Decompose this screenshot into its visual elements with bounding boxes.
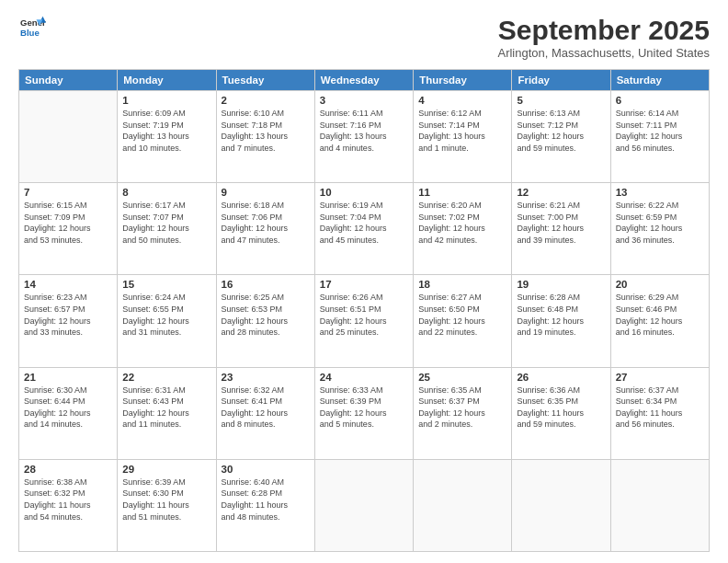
calendar-cell: 11Sunrise: 6:20 AMSunset: 7:02 PMDayligh…	[414, 183, 512, 275]
calendar-cell: 25Sunrise: 6:35 AMSunset: 6:37 PMDayligh…	[414, 367, 512, 459]
day-info: Sunrise: 6:13 AMSunset: 7:12 PMDaylight:…	[517, 108, 605, 154]
calendar-cell: 30Sunrise: 6:40 AMSunset: 6:28 PMDayligh…	[216, 459, 314, 551]
day-number: 21	[24, 372, 112, 383]
calendar-table: SundayMondayTuesdayWednesdayThursdayFrid…	[18, 69, 710, 552]
calendar-cell: 12Sunrise: 6:21 AMSunset: 7:00 PMDayligh…	[512, 183, 610, 275]
calendar-cell	[512, 459, 610, 551]
day-info: Sunrise: 6:29 AMSunset: 6:46 PMDaylight:…	[616, 292, 704, 338]
day-info: Sunrise: 6:22 AMSunset: 6:59 PMDaylight:…	[616, 200, 704, 246]
week-row-5: 28Sunrise: 6:38 AMSunset: 6:32 PMDayligh…	[19, 459, 710, 551]
day-number: 8	[122, 187, 210, 198]
week-row-3: 14Sunrise: 6:23 AMSunset: 6:57 PMDayligh…	[19, 275, 710, 367]
day-info: Sunrise: 6:09 AMSunset: 7:19 PMDaylight:…	[122, 108, 210, 154]
calendar-cell: 20Sunrise: 6:29 AMSunset: 6:46 PMDayligh…	[610, 275, 709, 367]
calendar-cell: 7Sunrise: 6:15 AMSunset: 7:09 PMDaylight…	[19, 183, 118, 275]
calendar-cell	[314, 459, 413, 551]
day-number: 20	[616, 279, 704, 290]
month-title: September 2025	[497, 15, 710, 46]
page: General Blue September 2025 Arlington, M…	[0, 0, 728, 563]
day-info: Sunrise: 6:14 AMSunset: 7:11 PMDaylight:…	[616, 108, 704, 154]
day-number: 10	[320, 187, 408, 198]
day-number: 18	[418, 279, 506, 290]
day-number: 9	[222, 187, 310, 198]
day-number: 30	[222, 464, 310, 475]
calendar-cell: 22Sunrise: 6:31 AMSunset: 6:43 PMDayligh…	[118, 367, 216, 459]
weekday-header-tuesday: Tuesday	[216, 70, 314, 91]
weekday-header-wednesday: Wednesday	[314, 70, 413, 91]
weekday-header-sunday: Sunday	[19, 70, 118, 91]
day-number: 12	[517, 187, 605, 198]
day-info: Sunrise: 6:17 AMSunset: 7:07 PMDaylight:…	[122, 200, 210, 246]
day-number: 19	[517, 279, 605, 290]
day-number: 6	[616, 95, 704, 106]
day-number: 7	[24, 187, 112, 198]
calendar-cell: 26Sunrise: 6:36 AMSunset: 6:35 PMDayligh…	[512, 367, 610, 459]
logo-icon: General Blue	[20, 15, 46, 40]
weekday-header-row: SundayMondayTuesdayWednesdayThursdayFrid…	[19, 70, 710, 91]
title-block: September 2025 Arlington, Massachusetts,…	[497, 15, 710, 60]
day-number: 25	[418, 372, 506, 383]
day-info: Sunrise: 6:11 AMSunset: 7:16 PMDaylight:…	[320, 108, 408, 154]
day-info: Sunrise: 6:24 AMSunset: 6:55 PMDaylight:…	[122, 292, 210, 338]
calendar-cell: 9Sunrise: 6:18 AMSunset: 7:06 PMDaylight…	[216, 183, 314, 275]
calendar-cell: 10Sunrise: 6:19 AMSunset: 7:04 PMDayligh…	[314, 183, 413, 275]
calendar-cell: 19Sunrise: 6:28 AMSunset: 6:48 PMDayligh…	[512, 275, 610, 367]
day-info: Sunrise: 6:10 AMSunset: 7:18 PMDaylight:…	[222, 108, 310, 154]
day-number: 13	[616, 187, 704, 198]
day-info: Sunrise: 6:12 AMSunset: 7:14 PMDaylight:…	[418, 108, 506, 154]
day-info: Sunrise: 6:30 AMSunset: 6:44 PMDaylight:…	[24, 385, 112, 431]
day-number: 28	[24, 464, 112, 475]
calendar-cell: 29Sunrise: 6:39 AMSunset: 6:30 PMDayligh…	[118, 459, 216, 551]
day-number: 23	[222, 372, 310, 383]
week-row-1: 1Sunrise: 6:09 AMSunset: 7:19 PMDaylight…	[19, 91, 710, 183]
header: General Blue September 2025 Arlington, M…	[18, 15, 710, 60]
day-info: Sunrise: 6:15 AMSunset: 7:09 PMDaylight:…	[24, 200, 112, 246]
day-info: Sunrise: 6:21 AMSunset: 7:00 PMDaylight:…	[517, 200, 605, 246]
day-number: 22	[122, 372, 210, 383]
calendar-cell: 14Sunrise: 6:23 AMSunset: 6:57 PMDayligh…	[19, 275, 118, 367]
day-info: Sunrise: 6:36 AMSunset: 6:35 PMDaylight:…	[517, 385, 605, 431]
day-number: 5	[517, 95, 605, 106]
day-number: 2	[222, 95, 310, 106]
calendar-cell	[19, 91, 118, 183]
week-row-2: 7Sunrise: 6:15 AMSunset: 7:09 PMDaylight…	[19, 183, 710, 275]
calendar-cell: 1Sunrise: 6:09 AMSunset: 7:19 PMDaylight…	[118, 91, 216, 183]
day-info: Sunrise: 6:31 AMSunset: 6:43 PMDaylight:…	[122, 385, 210, 431]
calendar-cell: 28Sunrise: 6:38 AMSunset: 6:32 PMDayligh…	[19, 459, 118, 551]
calendar-cell: 6Sunrise: 6:14 AMSunset: 7:11 PMDaylight…	[610, 91, 709, 183]
day-number: 15	[122, 279, 210, 290]
weekday-header-monday: Monday	[118, 70, 216, 91]
logo: General Blue	[18, 15, 46, 40]
day-info: Sunrise: 6:27 AMSunset: 6:50 PMDaylight:…	[418, 292, 506, 338]
calendar-cell: 4Sunrise: 6:12 AMSunset: 7:14 PMDaylight…	[414, 91, 512, 183]
day-number: 14	[24, 279, 112, 290]
calendar-cell: 24Sunrise: 6:33 AMSunset: 6:39 PMDayligh…	[314, 367, 413, 459]
calendar-cell: 3Sunrise: 6:11 AMSunset: 7:16 PMDaylight…	[314, 91, 413, 183]
day-info: Sunrise: 6:38 AMSunset: 6:32 PMDaylight:…	[24, 477, 112, 523]
day-info: Sunrise: 6:23 AMSunset: 6:57 PMDaylight:…	[24, 292, 112, 338]
weekday-header-friday: Friday	[512, 70, 610, 91]
day-info: Sunrise: 6:28 AMSunset: 6:48 PMDaylight:…	[517, 292, 605, 338]
calendar-cell: 21Sunrise: 6:30 AMSunset: 6:44 PMDayligh…	[19, 367, 118, 459]
day-number: 4	[418, 95, 506, 106]
calendar-cell: 27Sunrise: 6:37 AMSunset: 6:34 PMDayligh…	[610, 367, 709, 459]
day-number: 24	[320, 372, 408, 383]
calendar-cell: 2Sunrise: 6:10 AMSunset: 7:18 PMDaylight…	[216, 91, 314, 183]
day-number: 3	[320, 95, 408, 106]
day-info: Sunrise: 6:33 AMSunset: 6:39 PMDaylight:…	[320, 385, 408, 431]
day-info: Sunrise: 6:20 AMSunset: 7:02 PMDaylight:…	[418, 200, 506, 246]
svg-text:Blue: Blue	[20, 28, 40, 38]
day-info: Sunrise: 6:25 AMSunset: 6:53 PMDaylight:…	[222, 292, 310, 338]
week-row-4: 21Sunrise: 6:30 AMSunset: 6:44 PMDayligh…	[19, 367, 710, 459]
calendar-cell	[610, 459, 709, 551]
day-info: Sunrise: 6:35 AMSunset: 6:37 PMDaylight:…	[418, 385, 506, 431]
day-number: 29	[122, 464, 210, 475]
day-info: Sunrise: 6:18 AMSunset: 7:06 PMDaylight:…	[222, 200, 310, 246]
weekday-header-saturday: Saturday	[610, 70, 709, 91]
calendar-cell	[414, 459, 512, 551]
day-number: 1	[122, 95, 210, 106]
calendar-cell: 18Sunrise: 6:27 AMSunset: 6:50 PMDayligh…	[414, 275, 512, 367]
day-info: Sunrise: 6:39 AMSunset: 6:30 PMDaylight:…	[122, 477, 210, 523]
day-number: 17	[320, 279, 408, 290]
day-number: 11	[418, 187, 506, 198]
